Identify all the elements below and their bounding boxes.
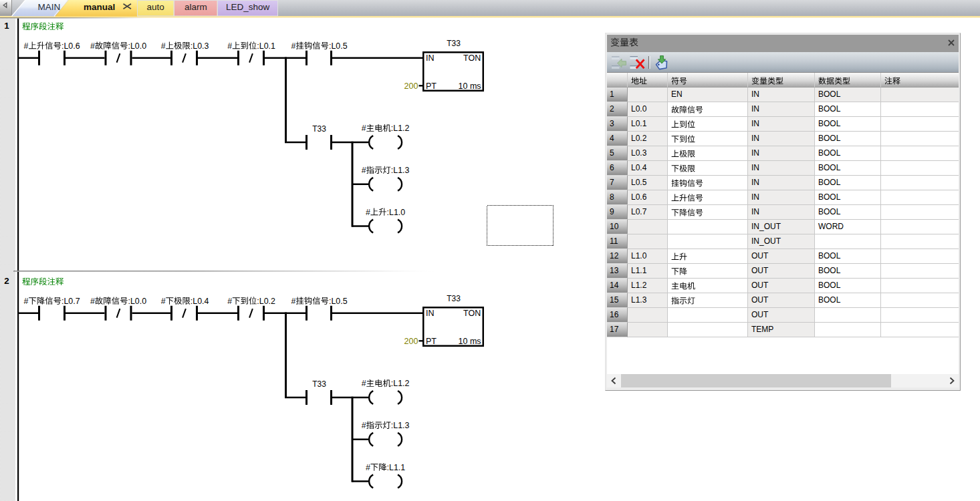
svg-text:TON: TON bbox=[463, 53, 481, 63]
svg-text::L1.2: :L1.2 bbox=[391, 124, 410, 133]
svg-text:alarm: alarm bbox=[185, 2, 207, 12]
svg-text:#: # bbox=[291, 41, 296, 51]
svg-text::L0.2: :L0.2 bbox=[257, 297, 275, 306]
svg-text:T33: T33 bbox=[312, 124, 326, 134]
svg-text:10 ms: 10 ms bbox=[459, 337, 481, 346]
svg-text::L0.1: :L0.1 bbox=[257, 41, 275, 51]
svg-text:#: # bbox=[362, 124, 366, 133]
svg-text::L0.4: :L0.4 bbox=[191, 297, 209, 306]
svg-text:manual: manual bbox=[84, 2, 115, 12]
svg-text:200: 200 bbox=[404, 81, 418, 91]
svg-text:#: # bbox=[227, 41, 232, 51]
svg-text:PT: PT bbox=[426, 337, 437, 346]
svg-text:auto: auto bbox=[147, 2, 164, 12]
svg-text:T33: T33 bbox=[447, 294, 461, 303]
svg-text:MAIN: MAIN bbox=[38, 2, 61, 12]
svg-text:2: 2 bbox=[4, 276, 9, 286]
svg-text::L0.5: :L0.5 bbox=[329, 41, 348, 51]
svg-text::L1.2: :L1.2 bbox=[391, 379, 410, 388]
svg-text::L1.1: :L1.1 bbox=[387, 463, 406, 472]
svg-text:1: 1 bbox=[4, 21, 9, 31]
svg-text:#: # bbox=[362, 166, 366, 175]
svg-text:10 ms: 10 ms bbox=[459, 81, 481, 91]
svg-text:#: # bbox=[90, 41, 95, 51]
svg-text:T33: T33 bbox=[312, 379, 326, 389]
svg-text:#: # bbox=[90, 297, 95, 306]
svg-text:PT: PT bbox=[426, 81, 437, 91]
svg-text::L0.6: :L0.6 bbox=[62, 41, 80, 51]
svg-text:#: # bbox=[362, 421, 366, 430]
svg-text:#: # bbox=[366, 208, 370, 217]
svg-text::L0.0: :L0.0 bbox=[128, 41, 147, 51]
svg-text:200: 200 bbox=[404, 337, 418, 346]
svg-text:LED_show: LED_show bbox=[226, 2, 270, 12]
svg-text:#: # bbox=[161, 297, 166, 306]
svg-text:#: # bbox=[161, 41, 166, 51]
svg-text::L1.0: :L1.0 bbox=[387, 208, 406, 217]
svg-text:#: # bbox=[227, 297, 232, 306]
svg-text:TON: TON bbox=[463, 309, 481, 318]
svg-text:#: # bbox=[291, 297, 296, 306]
svg-text::L1.3: :L1.3 bbox=[391, 421, 410, 430]
svg-text::L0.3: :L0.3 bbox=[191, 41, 209, 51]
svg-text:#: # bbox=[24, 297, 29, 306]
svg-text:T33: T33 bbox=[447, 39, 461, 48]
svg-text::L0.0: :L0.0 bbox=[128, 297, 147, 306]
svg-text:#: # bbox=[24, 41, 29, 51]
svg-text::L0.5: :L0.5 bbox=[329, 297, 348, 306]
svg-text::L0.7: :L0.7 bbox=[62, 297, 80, 306]
svg-text:#: # bbox=[362, 379, 366, 388]
svg-text:#: # bbox=[366, 463, 370, 472]
svg-text:IN: IN bbox=[426, 53, 435, 63]
svg-text::L1.3: :L1.3 bbox=[391, 166, 410, 175]
svg-text:IN: IN bbox=[426, 309, 435, 318]
